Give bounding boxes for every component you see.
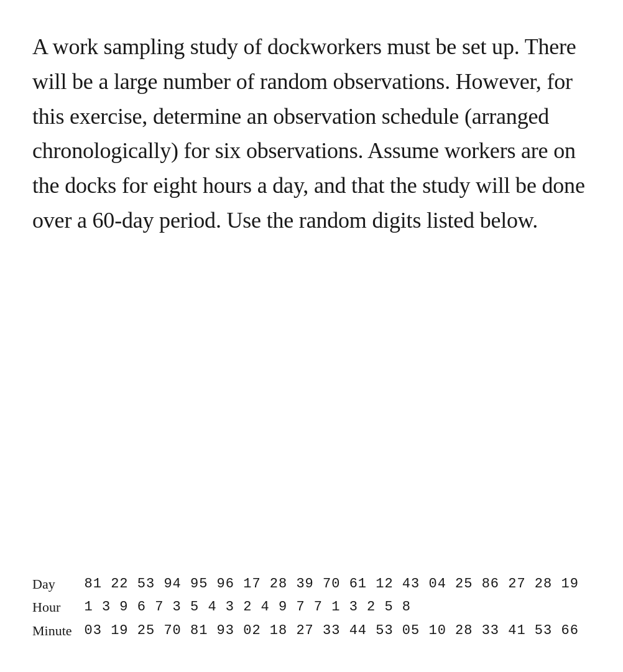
hour-values: 1 3 9 6 7 3 5 4 3 2 4 9 7 7 1 3 2 5 8: [85, 595, 584, 618]
table-row-day: Day 81 22 53 94 95 96 17 28 39 70 61 12 …: [32, 572, 584, 595]
table-row-minute: Minute 03 19 25 70 81 93 02 18 27 33 44 …: [32, 619, 584, 642]
minute-values: 03 19 25 70 81 93 02 18 27 33 44 53 05 1…: [85, 619, 584, 642]
page-container: A work sampling study of dockworkers mus…: [0, 0, 623, 672]
data-table-section: Day 81 22 53 94 95 96 17 28 39 70 61 12 …: [32, 560, 591, 642]
minute-label: Minute: [32, 619, 85, 642]
day-label: Day: [32, 572, 85, 595]
hour-label: Hour: [32, 595, 85, 618]
main-paragraph: A work sampling study of dockworkers mus…: [32, 30, 591, 238]
table-row-hour: Hour 1 3 9 6 7 3 5 4 3 2 4 9 7 7 1 3 2 5…: [32, 595, 584, 618]
day-values: 81 22 53 94 95 96 17 28 39 70 61 12 43 0…: [85, 572, 584, 595]
random-digits-table: Day 81 22 53 94 95 96 17 28 39 70 61 12 …: [32, 572, 584, 642]
